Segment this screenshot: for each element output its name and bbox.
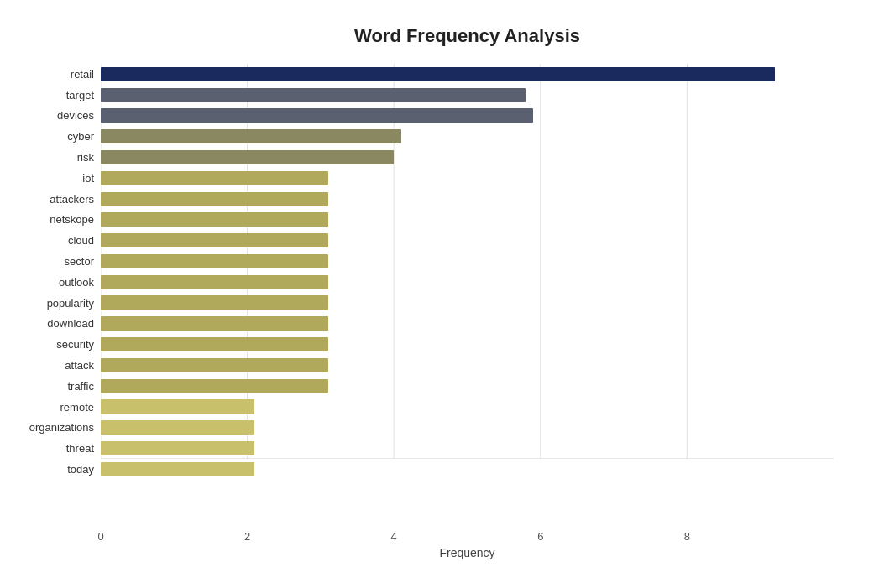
bar-row: cloud	[101, 230, 834, 251]
bar-label: popularity	[2, 297, 94, 310]
chart-area: retailtargetdevicescyberriskiotattackers…	[101, 64, 834, 501]
bar-label: iot	[2, 172, 94, 185]
bar-label: risk	[2, 151, 94, 164]
chart-title: Word Frequency Analysis	[101, 25, 834, 47]
bar-label: remote	[2, 401, 94, 414]
bar-row: sector	[101, 251, 834, 272]
bar	[101, 399, 254, 414]
bar-row: today	[101, 459, 834, 480]
bar	[101, 441, 254, 455]
bar	[101, 67, 775, 81]
bar-label: traffic	[2, 380, 94, 393]
bar	[101, 295, 328, 310]
chart-container: Word Frequency Analysis retailtargetdevi…	[0, 0, 884, 588]
bar	[101, 379, 328, 393]
bar	[101, 171, 328, 185]
bar-label: outlook	[2, 276, 94, 289]
bars-wrapper: retailtargetdevicescyberriskiotattackers…	[101, 64, 834, 501]
bar-row: traffic	[101, 376, 834, 397]
bar-label: today	[2, 463, 94, 476]
bar-row: popularity	[101, 293, 834, 314]
bar-row: security	[101, 334, 834, 355]
bar	[101, 88, 526, 102]
bar-row: risk	[101, 147, 834, 168]
bar-label: target	[2, 89, 94, 101]
bar	[101, 358, 328, 372]
bar-row: outlook	[101, 272, 834, 293]
bar-label: download	[2, 317, 94, 330]
bar-row: download	[101, 314, 834, 335]
bar-row: attack	[101, 355, 834, 376]
bar-label: netskope	[2, 213, 94, 226]
bar	[101, 316, 328, 330]
bar-row: retail	[101, 64, 834, 85]
bar	[101, 233, 328, 247]
bar-label: devices	[2, 109, 94, 122]
bar	[101, 462, 254, 476]
bar-label: attack	[2, 359, 94, 372]
bar	[101, 254, 328, 268]
bar	[101, 129, 401, 143]
x-tick: 2	[244, 530, 250, 543]
bar	[101, 337, 328, 351]
bar-label: retail	[2, 68, 94, 81]
bar-row: netskope	[101, 210, 834, 231]
bar	[101, 212, 328, 226]
bar-row: devices	[101, 106, 834, 127]
bar-row: cyber	[101, 126, 834, 147]
bar	[101, 150, 394, 164]
bar	[101, 420, 254, 434]
bar-label: cyber	[2, 130, 94, 143]
bar	[101, 192, 328, 206]
bar-label: attackers	[2, 193, 94, 206]
bar-label: sector	[2, 255, 94, 268]
x-tick: 8	[684, 530, 690, 543]
bar	[101, 275, 328, 289]
bar-row: remote	[101, 397, 834, 418]
bar-row: threat	[101, 438, 834, 459]
bar-row: iot	[101, 168, 834, 189]
x-tick: 6	[537, 530, 543, 543]
bar-row: attackers	[101, 189, 834, 210]
bar	[101, 108, 533, 122]
bar-label: security	[2, 338, 94, 351]
bar-label: cloud	[2, 234, 94, 247]
x-axis-label: Frequency	[101, 546, 834, 559]
bar-row: organizations	[101, 418, 834, 439]
x-tick: 4	[391, 530, 397, 543]
bar-row: target	[101, 85, 834, 106]
x-tick: 0	[97, 530, 103, 543]
bar-label: threat	[2, 442, 94, 455]
bar-label: organizations	[2, 421, 94, 434]
